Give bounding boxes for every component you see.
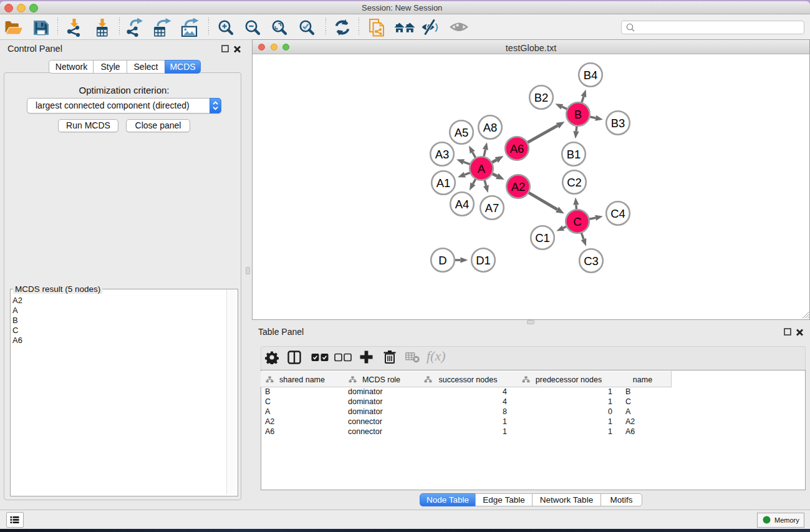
svg-text:A4: A4 bbox=[455, 198, 470, 211]
svg-text:B4: B4 bbox=[584, 69, 598, 82]
svg-text:A5: A5 bbox=[455, 126, 469, 139]
svg-text:A8: A8 bbox=[483, 121, 498, 134]
svg-text:A1: A1 bbox=[436, 177, 451, 190]
svg-text:B2: B2 bbox=[534, 91, 549, 104]
svg-text:A7: A7 bbox=[485, 201, 499, 215]
svg-text:D1: D1 bbox=[476, 254, 491, 267]
svg-text:B3: B3 bbox=[611, 117, 625, 130]
svg-text:D: D bbox=[438, 254, 446, 267]
svg-text:A2: A2 bbox=[511, 180, 526, 193]
svg-text:C4: C4 bbox=[610, 207, 625, 220]
svg-text:C3: C3 bbox=[584, 254, 599, 268]
svg-text:C: C bbox=[573, 215, 581, 228]
svg-text:B: B bbox=[574, 108, 582, 121]
svg-text:C1: C1 bbox=[535, 231, 550, 244]
svg-text:C2: C2 bbox=[567, 176, 582, 189]
svg-text:A: A bbox=[478, 162, 486, 175]
svg-text:A3: A3 bbox=[435, 148, 450, 161]
svg-text:B1: B1 bbox=[567, 148, 581, 161]
svg-text:A6: A6 bbox=[510, 142, 524, 155]
